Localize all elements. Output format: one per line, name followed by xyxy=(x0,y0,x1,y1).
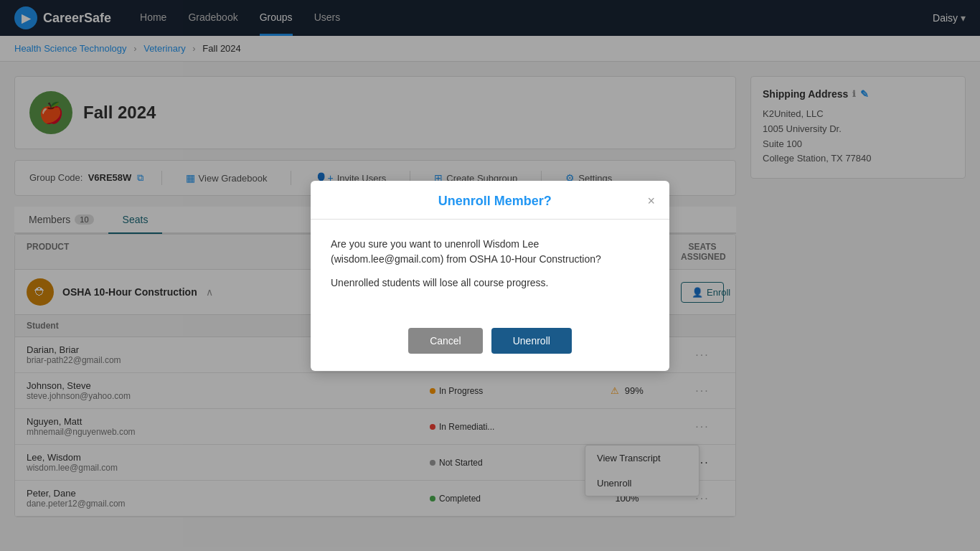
modal-message1: Are you sure you want to unenroll Wisdom… xyxy=(331,237,649,267)
cancel-button[interactable]: Cancel xyxy=(408,328,483,354)
modal-header: Unenroll Member? × xyxy=(311,181,669,220)
modal-close-btn[interactable]: × xyxy=(647,194,655,207)
modal-title: Unenroll Member? xyxy=(342,194,647,209)
unenroll-button[interactable]: Unenroll xyxy=(491,328,572,354)
unenroll-modal: Unenroll Member? × Are you sure you want… xyxy=(311,181,669,371)
modal-overlay: Unenroll Member? × Are you sure you want… xyxy=(0,0,980,532)
modal-footer: Cancel Unenroll xyxy=(311,316,669,371)
modal-message2: Unenrolled students will lose all course… xyxy=(331,276,649,291)
modal-body: Are you sure you want to unenroll Wisdom… xyxy=(311,220,669,316)
